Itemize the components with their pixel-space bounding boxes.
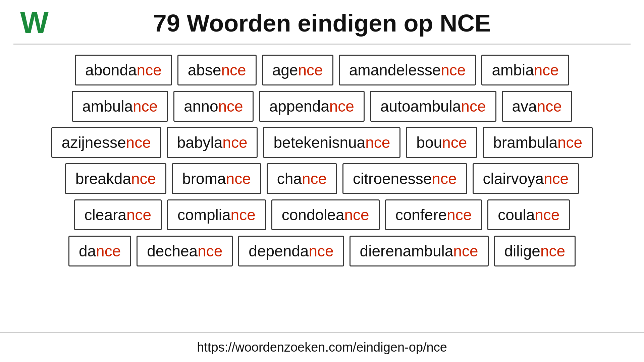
word-prefix: azijnesse — [62, 133, 126, 152]
word-suffix: nce — [344, 206, 369, 224]
page-title: 79 Woorden eindigen op NCE — [153, 9, 491, 37]
word-box: compliance — [167, 199, 266, 230]
word-box: annonce — [173, 91, 254, 122]
word-prefix: betekenisnua — [273, 133, 365, 152]
word-suffix: nce — [329, 97, 354, 115]
word-prefix: cha — [277, 170, 302, 188]
word-box: conference — [385, 199, 482, 230]
word-prefix: age — [272, 61, 298, 79]
word-prefix: cleara — [85, 206, 126, 224]
word-suffix: nce — [218, 97, 243, 115]
word-prefix: brambula — [493, 133, 557, 152]
word-prefix: citroenesse — [353, 170, 432, 188]
word-prefix: dilige — [504, 242, 540, 260]
word-suffix: nce — [447, 206, 472, 224]
word-prefix: abonda — [85, 61, 137, 79]
word-prefix: autoambula — [380, 97, 461, 115]
word-box: diligence — [494, 236, 576, 266]
word-box: azijnessence — [51, 127, 161, 158]
word-prefix: amandelesse — [349, 61, 441, 79]
word-prefix: breakda — [75, 170, 131, 188]
word-prefix: ambula — [82, 97, 133, 115]
word-box: babylance — [167, 127, 258, 158]
word-suffix: nce — [221, 61, 246, 79]
word-prefix: confere — [395, 206, 447, 224]
word-suffix: nce — [432, 170, 457, 188]
word-prefix: dependa — [249, 242, 309, 260]
word-prefix: ambia — [492, 61, 534, 79]
word-box: amandelessence — [339, 55, 476, 85]
word-suffix: nce — [442, 133, 467, 152]
word-box: condoleance — [271, 199, 380, 230]
word-suffix: nce — [302, 170, 327, 188]
word-row-2: azijnessencebabylancebetekenisnuanceboun… — [20, 127, 624, 158]
word-suffix: nce — [309, 242, 333, 260]
word-row-4: clearancecompliancecondoleanceconference… — [20, 199, 624, 230]
word-suffix: nce — [226, 170, 251, 188]
word-box: ambulance — [72, 91, 168, 122]
word-box: dance — [68, 236, 131, 266]
page-header: W 79 Woorden eindigen op NCE — [0, 0, 644, 44]
word-suffix: nce — [96, 242, 121, 260]
word-prefix: broma — [182, 170, 226, 188]
word-suffix: nce — [461, 97, 486, 115]
word-box: decheance — [137, 236, 233, 266]
word-prefix: babyla — [177, 133, 223, 152]
word-prefix: appenda — [269, 97, 329, 115]
word-prefix: anno — [184, 97, 218, 115]
word-prefix: clairvoya — [483, 170, 544, 188]
word-row-3: breakdancebromancechancecitroenessencecl… — [20, 163, 624, 194]
word-suffix: nce — [137, 61, 162, 79]
word-prefix: ava — [512, 97, 537, 115]
word-box: betekenisnuance — [263, 127, 400, 158]
word-box: dierenambulance — [350, 236, 489, 266]
word-prefix: da — [79, 242, 96, 260]
word-row-1: ambulanceannonceappendanceautoambulancea… — [20, 91, 624, 122]
word-prefix: coula — [498, 206, 535, 224]
word-box: clearance — [74, 199, 162, 230]
word-prefix: complia — [177, 206, 231, 224]
word-prefix: dierenambula — [360, 242, 453, 260]
word-box: citroenessence — [342, 163, 467, 194]
word-prefix: condolea — [282, 206, 344, 224]
word-suffix: nce — [198, 242, 222, 260]
word-box: appendance — [259, 91, 365, 122]
word-box: agence — [262, 55, 333, 85]
word-suffix: nce — [298, 61, 323, 79]
word-box: bounce — [406, 127, 477, 158]
word-box: chance — [267, 163, 337, 194]
words-grid: abondanceabsenceagenceamandelessenceambi… — [0, 45, 644, 332]
word-suffix: nce — [441, 61, 466, 79]
word-box: ambiance — [481, 55, 569, 85]
word-suffix: nce — [537, 97, 562, 115]
word-box: autoambulance — [370, 91, 496, 122]
word-suffix: nce — [557, 133, 582, 152]
word-suffix: nce — [231, 206, 256, 224]
word-box: dependance — [238, 236, 344, 266]
word-suffix: nce — [453, 242, 478, 260]
word-box: coulance — [487, 199, 570, 230]
word-suffix: nce — [540, 242, 565, 260]
word-suffix: nce — [365, 133, 390, 152]
word-box: brambulance — [483, 127, 593, 158]
word-box: breakdance — [65, 163, 166, 194]
word-box: avance — [502, 91, 572, 122]
word-prefix: bou — [416, 133, 442, 152]
word-suffix: nce — [126, 133, 151, 152]
word-suffix: nce — [126, 206, 151, 224]
word-suffix: nce — [535, 206, 559, 224]
word-suffix: nce — [131, 170, 156, 188]
word-suffix: nce — [544, 170, 569, 188]
footer-url: https://woordenzoeken.com/eindigen-op/nc… — [0, 332, 644, 362]
word-box: clairvoyance — [473, 163, 579, 194]
word-prefix: abse — [188, 61, 221, 79]
word-box: bromance — [172, 163, 261, 194]
word-row-0: abondanceabsenceagenceamandelessenceambi… — [20, 55, 624, 85]
word-prefix: dechea — [147, 242, 198, 260]
logo: W — [20, 7, 49, 38]
word-box: abondance — [75, 55, 172, 85]
word-suffix: nce — [222, 133, 247, 152]
word-suffix: nce — [133, 97, 158, 115]
word-box: absence — [177, 55, 257, 85]
word-suffix: nce — [534, 61, 559, 79]
